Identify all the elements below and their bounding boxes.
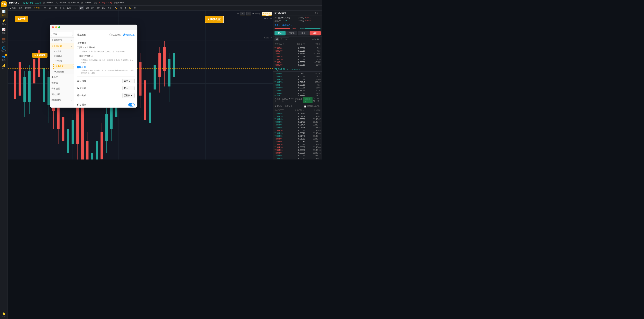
trade-row-8[interactable]: 72394.95 0.00670 11:46:44: [273, 132, 322, 135]
time-tab[interactable]: 时: [284, 38, 289, 41]
sidebar-item-assets[interactable]: 💰 VIP: [0, 63, 8, 71]
bid-row-4[interactable]: 72394.76 0.01147 830.37: [273, 81, 322, 84]
plus-btn[interactable]: ☰ 未命名: [252, 12, 261, 15]
big-view-btn[interactable]: 大: [48, 6, 52, 10]
trade-row-12[interactable]: 72394.96 0.00670 11:46:43: [273, 143, 322, 146]
repay-btn[interactable]: 赎回: [298, 31, 309, 36]
menu-alert[interactable]: 预警线: [50, 80, 74, 86]
stats-select[interactable]: 委托额 ▾: [122, 93, 134, 98]
ask-row-7[interactable]: 72395.00 0.00018 13.03: [273, 64, 322, 66]
tf-1[interactable]: 1: [59, 7, 62, 10]
already-long-btn[interactable]: 已立仓: [286, 31, 297, 36]
chart-edit-btn[interactable]: ✏: [240, 12, 245, 16]
sidebar-item-flash[interactable]: ⚡ 快讯: [0, 18, 8, 27]
ask-row-1[interactable]: 72395.39 0.00010 7.24: [273, 47, 322, 50]
ask-row-3[interactable]: 72395.37 0.34649 25.084K: [273, 52, 322, 55]
trade-row-13[interactable]: 72394.96 0.00007 11:46:43: [273, 146, 322, 149]
tf-3h[interactable]: 3时: [90, 6, 95, 10]
add-position-btn[interactable]: 加仓: [274, 31, 286, 36]
bid-row-7[interactable]: 72394.68 0.11010 7.971K: [273, 89, 322, 92]
ask-row-4[interactable]: 72395.36 0.00018 13.03: [273, 55, 322, 58]
menu-screen-settings[interactable]: 弹幕设置: [50, 86, 74, 92]
main-view-btn[interactable]: 主: [43, 6, 47, 10]
tf-1h[interactable]: 1时: [79, 6, 84, 10]
dialog-maximize-btn[interactable]: [58, 26, 60, 29]
dialog-minimize-btn[interactable]: [55, 26, 57, 29]
chart-canvas[interactable]: 10月23 10月24 10月25 10月28 10月29 69280.00 6…: [8, 11, 273, 160]
bid-row-2[interactable]: 72394.94 0.00010 7.24: [273, 75, 322, 78]
chart-settings-btn[interactable]: ⚙: [246, 12, 251, 16]
sell-btn[interactable]: 卖出: [310, 31, 320, 36]
auto-btn[interactable]: 自动: [317, 97, 320, 103]
depth-tab[interactable]: 深: [275, 38, 280, 41]
trade-row-4[interactable]: 72394.95 0.01463 11:46:47: [273, 121, 322, 123]
bid-row-6[interactable]: 72394.69 0.00018 13.03: [273, 86, 322, 89]
tf-1d[interactable]: 1日: [101, 6, 106, 10]
tf-15[interactable]: 15分: [66, 6, 72, 10]
draw-line-btn[interactable]: ✏️: [114, 7, 118, 10]
menu-kline-settings[interactable]: ☰ K线设置 ▴: [50, 43, 74, 49]
submenu-kline-style[interactable]: K线样式: [52, 49, 74, 54]
trade-row-5[interactable]: 72394.95 0.01484 11:46:47: [273, 123, 322, 126]
sidebar-item-social[interactable]: 👥 社区 2: [0, 54, 8, 63]
sidebar-item-portfolio[interactable]: 💼 资产: [0, 36, 8, 45]
trade-row-17[interactable]: 72394.95 0.00013 11:46:41: [273, 157, 322, 160]
tf-2h[interactable]: 2时: [85, 6, 90, 10]
draw-shape-btn[interactable]: ⬡: [119, 7, 123, 10]
intl-time-checkbox[interactable]: 国际时间 0 点: [77, 55, 93, 58]
community-indicator-btn[interactable]: 社区指标: [303, 97, 312, 103]
sidebar-item-web3[interactable]: 🌐 Web3: [0, 45, 8, 54]
indicators-btn[interactable]: ☰ 指标: [9, 6, 17, 10]
trade-row-6[interactable]: 72394.95 0.01448 11:46:45: [273, 126, 322, 129]
trade-row-3[interactable]: 72394.95 0.00009 11:46:47: [273, 118, 322, 121]
percent-selector[interactable]: 2位小数 ▾: [312, 38, 320, 41]
dialog-close-btn[interactable]: [52, 26, 54, 29]
bid-row-3[interactable]: 72394.93 0.00018 13.03: [273, 78, 322, 81]
bid-row-1[interactable]: 72394.95 1.01697 73.623K: [273, 72, 322, 75]
draw-text-btn[interactable]: T: [124, 7, 127, 10]
multi-chart-btn[interactable]: 国多重: [24, 6, 32, 10]
tf-week[interactable]: 周K: [107, 6, 112, 10]
trade-row-1[interactable]: 72394.95 0.01463 11:46:47: [273, 112, 322, 115]
ask-row-6[interactable]: 72395.01 0.09003 6.518K: [273, 61, 322, 64]
h24-checkbox[interactable]: ✓ 24H制: [77, 66, 86, 69]
tf-4h[interactable]: 4时: [96, 6, 100, 10]
ask-row-2[interactable]: 72395.38 0.00010 7.24: [273, 50, 322, 52]
menu-shortcuts[interactable]: ⌨ 快捷键 ▾: [50, 97, 74, 103]
singapore-time-checkbox[interactable]: 新加坡时间 0 点: [77, 46, 95, 49]
trade-row-9[interactable]: 72394.95 0.01448 11:46:44: [273, 135, 322, 137]
advanced-btn[interactable]: 高级: [18, 6, 24, 10]
trade-tab[interactable]: 价: [280, 38, 284, 41]
sidebar-item-strategy[interactable]: 📈 策略: [0, 27, 8, 36]
menu-toolbar[interactable]: 工具栏: [50, 74, 74, 80]
color-option-green-red[interactable]: 绿涨红跌: [123, 33, 134, 36]
bid-row-5[interactable]: 72394.74 0.00010 7.24: [273, 84, 322, 86]
view-more-stats[interactable]: 查看主力挂单情况 >: [273, 23, 322, 27]
trade-row-14[interactable]: 72394.96 0.00083 11:46:43: [273, 149, 322, 151]
depth-refresh-select[interactable]: 1S ▾: [122, 86, 134, 90]
tf-5[interactable]: 5: [62, 7, 66, 10]
settings-search-input[interactable]: [51, 32, 73, 36]
trade-row-15[interactable]: 72394.96 0.00020 11:46:41: [273, 151, 322, 154]
color-option-red-green[interactable]: 红涨绿跌: [110, 33, 121, 36]
ask-row-5[interactable]: 72395.10 0.00018 9.24: [273, 58, 322, 61]
depth-select[interactable]: 50档 ▾: [122, 79, 134, 83]
pair-price[interactable]: 72394.95: [23, 2, 33, 4]
ask-row-8[interactable]: 72394.98 0.00526 380.80: [273, 66, 322, 67]
submenu-lower-order[interactable]: 下单相关: [52, 59, 74, 63]
trade-row-11[interactable]: 72394.96 0.00083 11:46:43: [273, 140, 322, 143]
measure-btn[interactable]: 📐: [128, 7, 132, 10]
paired-btn[interactable]: 对数: [313, 97, 316, 103]
bid-row-8[interactable]: 72394.01 0.00017 12.31: [273, 92, 322, 95]
submenu-chart-color[interactable]: 图表颜色: [52, 54, 74, 59]
submenu-status-bar[interactable]: 状态信息栏: [52, 70, 74, 74]
replay-btn[interactable]: ✦ 复盘: [33, 6, 41, 10]
tf-45[interactable]: 45分: [72, 6, 78, 10]
filter-btn[interactable]: ⚙: [133, 7, 137, 10]
bid-row-9[interactable]: 72394.00 0.02730 13.03: [273, 95, 322, 96]
sidebar-item-market[interactable]: 📊 行情: [0, 9, 8, 18]
trade-row-16[interactable]: 72394.95 0.00013 11:46:41: [273, 154, 322, 157]
tf-1s[interactable]: 1S: [54, 7, 58, 10]
price-clamp-toggle[interactable]: [128, 103, 134, 107]
menu-system-settings[interactable]: ⚙ 系统设置 ▾: [50, 38, 74, 43]
